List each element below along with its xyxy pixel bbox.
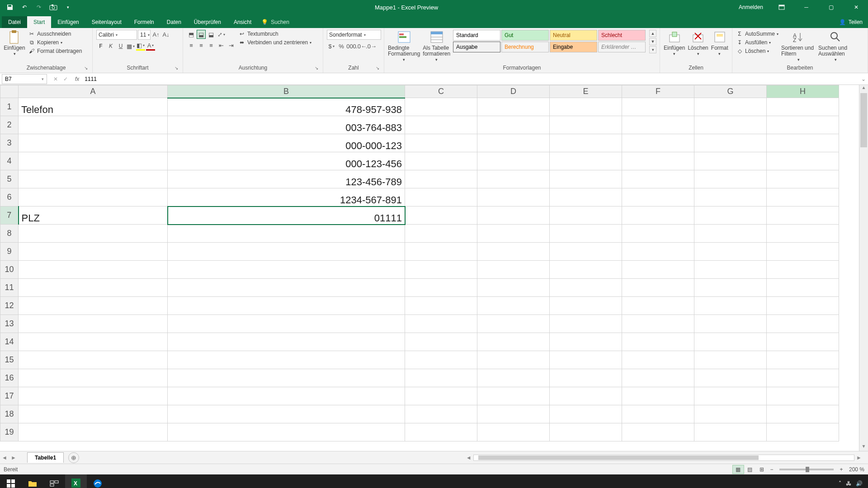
cell[interactable]: [168, 405, 405, 423]
cell[interactable]: [550, 297, 622, 315]
spreadsheet-grid[interactable]: ABCDEFGH1Telefon478-957-9382003-764-8833…: [0, 85, 839, 441]
tab-file[interactable]: Datei: [2, 16, 27, 28]
align-top-button[interactable]: ⬒: [187, 30, 196, 39]
style-neutral[interactable]: Neutral: [550, 30, 597, 41]
tab-view[interactable]: Ansicht: [227, 16, 258, 28]
increase-decimal-button[interactable]: .0←: [357, 42, 366, 51]
undo-icon[interactable]: ↶: [19, 2, 30, 13]
cell[interactable]: [19, 116, 168, 134]
cell[interactable]: [767, 351, 839, 369]
formula-bar-expand-icon[interactable]: ⌄: [859, 76, 868, 82]
cell[interactable]: [767, 261, 839, 279]
close-button[interactable]: ✕: [846, 0, 866, 14]
cell[interactable]: 478-957-938: [168, 98, 405, 116]
hscroll-right-icon[interactable]: ►: [854, 455, 863, 461]
cell[interactable]: [550, 225, 622, 243]
cell[interactable]: [405, 369, 477, 387]
wrap-text-button[interactable]: ↩Textumbruch: [238, 30, 311, 38]
cell[interactable]: [477, 315, 550, 333]
cancel-formula-icon[interactable]: ✕: [52, 76, 60, 82]
sign-in-link[interactable]: Anmelden: [735, 4, 767, 10]
currency-button[interactable]: $: [327, 42, 336, 51]
cell[interactable]: [19, 243, 168, 261]
column-header[interactable]: A: [19, 85, 168, 98]
cell[interactable]: [767, 188, 839, 206]
increase-indent-button[interactable]: ⇥: [226, 41, 236, 50]
cell[interactable]: [622, 152, 694, 170]
cell[interactable]: 000-123-456: [168, 152, 405, 170]
cell[interactable]: [405, 243, 477, 261]
cell[interactable]: [767, 279, 839, 297]
bold-button[interactable]: F: [96, 42, 105, 51]
vertical-scrollbar[interactable]: ▲ ▼: [859, 85, 868, 451]
align-left-button[interactable]: ≡: [187, 41, 196, 50]
hscroll-thumb[interactable]: [478, 455, 759, 460]
cell[interactable]: [168, 243, 405, 261]
task-view-icon[interactable]: [43, 474, 65, 488]
cell[interactable]: [550, 333, 622, 351]
cell[interactable]: [477, 279, 550, 297]
scroll-up-icon[interactable]: ▲: [859, 85, 868, 92]
zoom-in-button[interactable]: +: [837, 466, 845, 473]
cell[interactable]: [694, 315, 767, 333]
scroll-down-icon[interactable]: ▼: [859, 444, 868, 451]
align-right-button[interactable]: ≡: [207, 41, 216, 50]
cell[interactable]: [19, 152, 168, 170]
clipboard-launcher-icon[interactable]: ↘: [83, 66, 89, 71]
cell[interactable]: [622, 225, 694, 243]
number-launcher-icon[interactable]: ↘: [375, 66, 380, 71]
view-normal-icon[interactable]: ▦: [732, 465, 744, 474]
cell[interactable]: [477, 188, 550, 206]
scroll-thumb[interactable]: [860, 93, 867, 147]
cut-button[interactable]: ✂Ausschneiden: [28, 30, 82, 38]
column-header[interactable]: D: [477, 85, 550, 98]
qat-customize-icon[interactable]: ▾: [62, 2, 73, 13]
cell[interactable]: [477, 206, 550, 225]
tray-volume-icon[interactable]: 🔊: [856, 480, 863, 487]
cell[interactable]: 123-456-789: [168, 170, 405, 188]
row-header[interactable]: 5: [0, 170, 19, 188]
row-header[interactable]: 16: [0, 369, 19, 387]
cell[interactable]: [19, 279, 168, 297]
cell[interactable]: [622, 297, 694, 315]
cell[interactable]: [477, 423, 550, 441]
cell[interactable]: PLZ: [19, 206, 168, 225]
cell[interactable]: [622, 98, 694, 116]
style-schlecht[interactable]: Schlecht: [598, 30, 646, 41]
fx-icon[interactable]: fx: [72, 76, 82, 82]
new-sheet-button[interactable]: ⊕: [68, 452, 79, 463]
format-as-table-button[interactable]: Als Tabelle formatieren▾: [423, 30, 450, 62]
cell[interactable]: [550, 243, 622, 261]
tab-insert[interactable]: Einfügen: [51, 16, 85, 28]
cell[interactable]: [405, 152, 477, 170]
cell[interactable]: [694, 206, 767, 225]
cell[interactable]: [550, 98, 622, 116]
cell[interactable]: 003-764-883: [168, 116, 405, 134]
zoom-slider[interactable]: [779, 469, 834, 470]
cell[interactable]: [622, 279, 694, 297]
cell[interactable]: [477, 261, 550, 279]
comma-button[interactable]: 000: [347, 42, 356, 51]
styles-scroll-down-icon[interactable]: ▼: [649, 38, 656, 45]
cell[interactable]: [694, 116, 767, 134]
file-explorer-icon[interactable]: [22, 474, 43, 488]
cell[interactable]: [477, 98, 550, 116]
cell[interactable]: [477, 351, 550, 369]
cell[interactable]: [550, 387, 622, 405]
cells-insert-button[interactable]: Einfügen▾: [664, 30, 685, 56]
percent-button[interactable]: %: [337, 42, 346, 51]
start-button[interactable]: [0, 474, 22, 488]
decrease-font-icon[interactable]: A↓: [161, 30, 170, 39]
accept-formula-icon[interactable]: ✓: [61, 76, 70, 82]
cell[interactable]: [168, 225, 405, 243]
cell[interactable]: 01111: [168, 206, 405, 225]
formula-input[interactable]: 1111: [82, 76, 859, 82]
cell[interactable]: [405, 98, 477, 116]
cell[interactable]: [550, 134, 622, 152]
fill-color-button[interactable]: ◧: [136, 42, 145, 51]
cell[interactable]: [622, 351, 694, 369]
cell[interactable]: [767, 315, 839, 333]
format-painter-button[interactable]: 🖌Format übertragen: [28, 47, 82, 55]
row-header[interactable]: 18: [0, 405, 19, 423]
align-middle-button[interactable]: ⬓: [197, 30, 206, 39]
